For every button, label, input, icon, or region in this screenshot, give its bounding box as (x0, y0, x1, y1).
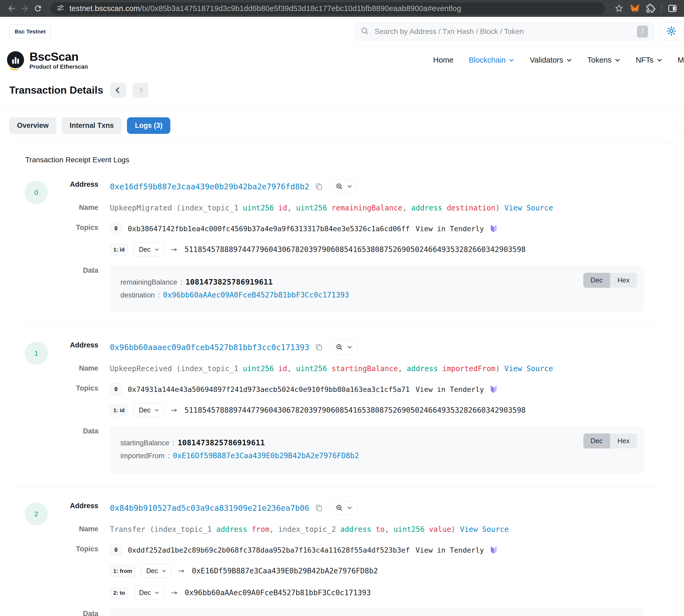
dec-toggle[interactable]: Dec (583, 273, 610, 288)
data-field: destination:0x96bb60aAAec09A0FceB4527b81… (120, 291, 633, 299)
extensions-puzzle-icon[interactable] (645, 3, 656, 14)
page-title: Transaction Details (9, 84, 103, 96)
next-tx-button[interactable] (133, 83, 149, 97)
copy-icon[interactable] (315, 182, 323, 191)
main-nav: Home Blockchain Validators Tokens NFTs M (433, 56, 684, 64)
topic-value: 5118545788897447796043067820397906085416… (185, 245, 526, 254)
topic-value-address-link[interactable]: 0x96bb60aAAec09A0FceB4527b81bbF3Cc0c1713… (185, 588, 371, 597)
topics-label: Topics (17, 383, 110, 392)
topics-row: Topics 0 0x74931a144e43a50694897f241d973… (17, 383, 659, 417)
network-badge[interactable]: Bsc Testnet (9, 24, 51, 39)
nav-blockchain[interactable]: Blockchain (469, 56, 515, 64)
log-entry-1: 1 Address 0x96bb60aaaec09a0fceb4527b81bb… (17, 340, 659, 487)
chevron-down-icon (615, 57, 620, 63)
tab-overview[interactable]: Overview (9, 117, 56, 134)
copy-icon[interactable] (315, 343, 323, 351)
topic-value-address-link[interactable]: 0xE16Df59B887e3Caa439E0b29B42bA2e7976FD8… (192, 567, 378, 575)
card-title: Transaction Receipt Event Logs (25, 156, 659, 164)
name-row: Name UpkeepReceived (index_topic_1 uint2… (17, 363, 659, 374)
topic-1: 1: id Dec 511854578889744779604306782039… (110, 403, 659, 417)
topics-label: Topics (17, 544, 110, 553)
brand-tagline: Product of Etherscan (29, 64, 88, 70)
topic-0: 0 0x74931a144e43a50694897f241d973aecb502… (110, 383, 659, 395)
event-logs-card: Transaction Receipt Event Logs 0 Address… (8, 143, 676, 616)
arrow-right-icon (170, 247, 179, 252)
address-lookup-button[interactable] (330, 179, 358, 194)
view-source-link[interactable]: View Source (504, 364, 553, 373)
data-label: Data (17, 426, 110, 435)
view-in-tenderly-link[interactable]: View in Tenderly (416, 225, 484, 233)
dec-dropdown[interactable]: Dec (134, 403, 164, 417)
hex-toggle[interactable]: Hex (610, 434, 637, 448)
dec-dropdown[interactable]: Dec (134, 586, 164, 600)
dec-toggle[interactable]: Dec (583, 434, 610, 448)
tab-internal-txns[interactable]: Internal Txns (62, 117, 122, 134)
page-title-row: Transaction Details (0, 74, 684, 107)
dec-hex-toggle: Dec Hex (583, 273, 637, 288)
site-header-main: BscScan Product of Etherscan Home Blockc… (0, 47, 684, 74)
dec-dropdown[interactable]: Dec (134, 242, 164, 257)
topic-index-badge: 0 (110, 544, 122, 556)
back-icon[interactable] (6, 3, 17, 14)
magnifier-plus-icon (336, 343, 343, 351)
view-source-link[interactable]: View Source (504, 203, 553, 212)
nav-nfts[interactable]: NFTs (636, 56, 662, 64)
topic-hash: 0xb38647142fbb1ea4c000fc4569b37a4e9a9f63… (128, 225, 410, 233)
chevron-down-icon (347, 184, 352, 189)
bscscan-logo-icon (5, 49, 26, 71)
data-address-link[interactable]: 0x96bb60aAAec09A0FceB4527b81bbF3Cc0c1713… (163, 291, 349, 299)
chevron-down-icon (509, 57, 515, 63)
nav-validators[interactable]: Validators (530, 56, 572, 64)
log-address-link[interactable]: 0x96bb60aaaec09a0fceb4527b81bbf3cc0c1713… (110, 343, 310, 352)
copy-icon[interactable] (315, 504, 323, 512)
metamask-extension-icon[interactable] (630, 3, 640, 14)
nav-tokens[interactable]: Tokens (587, 56, 620, 64)
view-source-link[interactable]: View Source (460, 525, 509, 534)
theme-toggle-button[interactable] (659, 23, 684, 41)
address-bar[interactable]: testnet.bscscan.com/tx/0x85b3a147518719d… (50, 2, 605, 15)
search-bar[interactable]: / (355, 23, 654, 41)
tx-tabs: Overview Internal Txns Logs (3) (0, 107, 684, 139)
site-header-top: Bsc Testnet / (0, 17, 684, 46)
log-address-link[interactable]: 0xe16df59b887e3caa439e0b29b42ba2e7976fd8… (110, 182, 310, 191)
address-lookup-button[interactable] (330, 340, 358, 354)
reload-icon[interactable] (32, 3, 43, 14)
site-settings-icon[interactable] (56, 4, 65, 13)
dec-dropdown[interactable]: Dec (141, 564, 171, 578)
brand-name: BscScan (29, 50, 88, 63)
topics-label: Topics (17, 222, 110, 232)
topic-hash: 0xddf252ad1be2c89b69c2b068fc378daa952ba7… (128, 546, 410, 554)
tab-logs[interactable]: Logs (3) (127, 117, 170, 134)
search-input[interactable] (374, 27, 632, 36)
forward-icon[interactable] (20, 3, 30, 14)
hex-toggle[interactable]: Hex (610, 273, 637, 288)
arrow-right-icon (177, 568, 186, 574)
side-panel-icon[interactable] (667, 3, 678, 14)
view-in-tenderly-link[interactable]: View in Tenderly (416, 546, 484, 554)
nav-more[interactable]: M (678, 56, 684, 64)
topic-0: 0 0xb38647142fbb1ea4c000fc4569b37a4e9a9f… (110, 222, 659, 235)
magnifier-plus-icon (336, 504, 343, 512)
prev-tx-button[interactable] (110, 83, 126, 97)
log-address-link[interactable]: 0x84b9b910527ad5c03a9ca831909e21e236ea7b… (110, 503, 310, 513)
log-index-badge: 0 (25, 181, 48, 204)
nav-home[interactable]: Home (433, 56, 453, 64)
arrow-right-icon (170, 590, 179, 596)
bookmark-star-icon[interactable] (614, 3, 624, 14)
topics-row: Topics 0 0xddf252ad1be2c89b69c2b068fc378… (17, 544, 659, 600)
topic-2: 2: to Dec 0x96bb60aAAec09A0FceB4527b81bb… (110, 586, 659, 600)
toolbar-divider (661, 4, 662, 13)
chevron-down-icon (155, 591, 159, 595)
browser-toolbar: testnet.bscscan.com/tx/0x85b3a147518719d… (0, 0, 684, 17)
address-lookup-button[interactable] (330, 501, 358, 515)
tabs-right-partial-button[interactable] (675, 117, 684, 133)
data-box: value:1081473825786919611 Dec Hex (110, 609, 644, 616)
log-index-badge: 2 (25, 502, 48, 526)
data-address-link[interactable]: 0xE16Df59B887e3Caa439E0b29B42bA2e7976FD8… (173, 452, 359, 460)
topic-1: 1: from Dec 0xE16Df59B887e3Caa439E0b29B4… (110, 564, 659, 578)
data-field: startingBalance:1081473825786919611 (120, 438, 633, 447)
bscscan-logo[interactable]: BscScan Product of Etherscan (5, 49, 88, 71)
name-label: Name (17, 363, 110, 372)
view-in-tenderly-link[interactable]: View in Tenderly (416, 385, 484, 394)
log-index-badge: 1 (25, 342, 48, 365)
